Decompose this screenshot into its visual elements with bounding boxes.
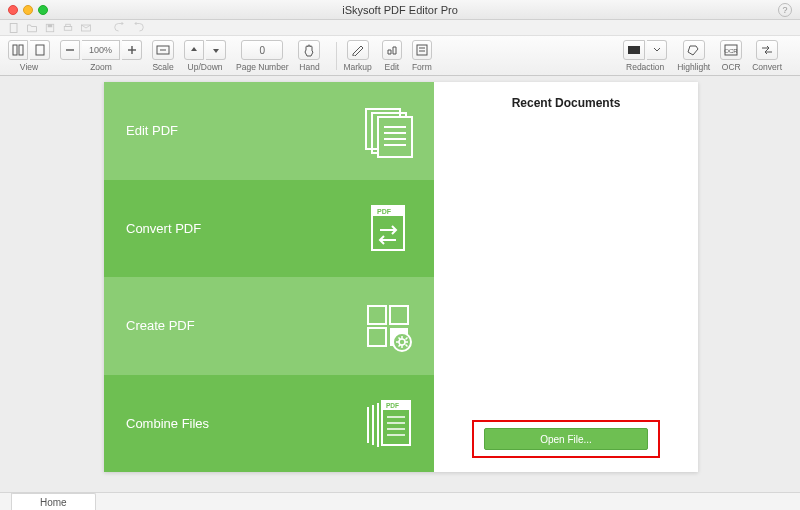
document-tabbar: Home — [0, 492, 800, 510]
svg-rect-4 — [66, 24, 71, 26]
scale-button[interactable] — [152, 40, 174, 60]
view-group: View — [8, 39, 50, 72]
svg-rect-2 — [48, 24, 53, 27]
view-single-button[interactable] — [8, 40, 28, 60]
markup-label: Markup — [343, 62, 371, 72]
svg-point-33 — [393, 333, 411, 351]
save-icon[interactable] — [44, 22, 56, 34]
hand-group: Hand — [298, 39, 320, 72]
recent-documents-heading: Recent Documents — [512, 96, 621, 110]
undo-icon[interactable] — [114, 22, 126, 34]
form-group: Form — [412, 39, 432, 72]
page-number-label: Page Number — [236, 62, 288, 72]
zoom-in-button[interactable] — [122, 40, 142, 60]
tab-home[interactable]: Home — [11, 493, 96, 510]
window-title: iSkysoft PDF Editor Pro — [0, 4, 800, 16]
help-icon[interactable]: ? — [778, 3, 792, 17]
svg-rect-3 — [64, 26, 72, 30]
edit-button[interactable] — [382, 40, 402, 60]
new-doc-icon[interactable] — [8, 22, 20, 34]
svg-text:PDF: PDF — [386, 402, 399, 409]
open-folder-icon[interactable] — [26, 22, 38, 34]
redaction-dropdown[interactable] — [647, 40, 667, 60]
convert-button[interactable] — [756, 40, 778, 60]
quick-access-bar — [0, 20, 800, 36]
window-titlebar: iSkysoft PDF Editor Pro ? — [0, 0, 800, 20]
convert-group: Convert — [752, 39, 782, 72]
highlight-label: Highlight — [677, 62, 710, 72]
redaction-button[interactable] — [623, 40, 645, 60]
hand-button[interactable] — [298, 40, 320, 60]
view-label: View — [20, 62, 38, 72]
svg-rect-30 — [390, 306, 408, 324]
open-file-button[interactable]: Open File... — [484, 428, 648, 450]
svg-text:PDF: PDF — [377, 208, 392, 215]
tile-edit-pdf[interactable]: Edit PDF — [104, 82, 434, 180]
ocr-label: OCR — [722, 62, 741, 72]
svg-rect-29 — [368, 306, 386, 324]
svg-rect-31 — [368, 328, 386, 346]
edit-group: Edit — [382, 39, 402, 72]
ocr-group: OCR OCR — [720, 39, 742, 72]
redo-icon[interactable] — [132, 22, 144, 34]
tile-create-pdf[interactable]: Create PDF — [104, 277, 434, 375]
svg-rect-16 — [628, 46, 640, 54]
tile-convert-pdf[interactable]: Convert PDF PDF — [104, 180, 434, 278]
tile-label: Convert PDF — [126, 221, 201, 236]
svg-rect-21 — [378, 117, 412, 157]
page-number-field[interactable]: 0 — [241, 40, 283, 60]
page-number-group: 0 Page Number — [236, 39, 288, 72]
scale-label: Scale — [152, 62, 173, 72]
redaction-group: Redaction — [623, 39, 667, 72]
svg-rect-8 — [36, 45, 44, 55]
updown-group: Up/Down — [184, 39, 226, 72]
ocr-button[interactable]: OCR — [720, 40, 742, 60]
svg-rect-7 — [19, 45, 23, 55]
print-icon[interactable] — [62, 22, 74, 34]
welcome-panel: Edit PDF Convert PDF PDF — [104, 82, 698, 472]
form-label: Form — [412, 62, 432, 72]
combine-files-icon: PDF — [360, 395, 416, 451]
form-button[interactable] — [412, 40, 432, 60]
zoom-out-button[interactable] — [60, 40, 80, 60]
view-facing-button[interactable] — [30, 40, 50, 60]
tile-label: Create PDF — [126, 318, 195, 333]
edit-label: Edit — [385, 62, 400, 72]
zoom-value[interactable]: 100% — [82, 40, 120, 60]
pdf-convert-icon: PDF — [360, 200, 416, 256]
svg-rect-0 — [10, 23, 17, 32]
redaction-label: Redaction — [626, 62, 664, 72]
markup-group: Markup — [343, 39, 371, 72]
zoom-group: 100% Zoom — [60, 39, 142, 72]
convert-label: Convert — [752, 62, 782, 72]
open-file-highlight-box: Open File... — [472, 420, 660, 458]
hand-label: Hand — [299, 62, 319, 72]
markup-button[interactable] — [347, 40, 369, 60]
tile-label: Combine Files — [126, 416, 209, 431]
scale-group: Scale — [152, 39, 174, 72]
recent-panel: Recent Documents Open File... — [434, 82, 698, 472]
tile-label: Edit PDF — [126, 123, 178, 138]
page-down-button[interactable] — [206, 40, 226, 60]
mail-icon[interactable] — [80, 22, 92, 34]
updown-label: Up/Down — [188, 62, 223, 72]
svg-text:OCR: OCR — [725, 48, 739, 54]
main-toolbar: View 100% Zoom Scale Up/Down 0 Page Numb… — [0, 36, 800, 76]
zoom-label: Zoom — [90, 62, 112, 72]
document-stack-icon — [360, 103, 416, 159]
document-canvas: Edit PDF Convert PDF PDF — [0, 76, 800, 492]
highlight-group: Highlight — [677, 39, 710, 72]
highlight-button[interactable] — [683, 40, 705, 60]
create-grid-icon — [360, 298, 416, 354]
tile-combine-files[interactable]: Combine Files PDF — [104, 375, 434, 473]
action-tiles: Edit PDF Convert PDF PDF — [104, 82, 434, 472]
svg-rect-13 — [417, 45, 427, 55]
svg-rect-6 — [13, 45, 17, 55]
page-up-button[interactable] — [184, 40, 204, 60]
toolbar-divider — [336, 42, 337, 70]
